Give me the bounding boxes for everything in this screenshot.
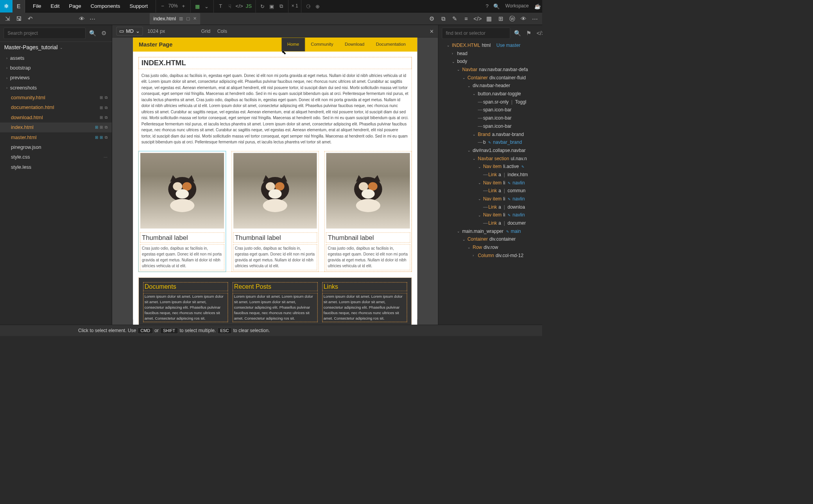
thumb-title[interactable]: Thumbnail label <box>233 233 317 243</box>
thumb-title[interactable]: Thumbnail label <box>326 233 410 243</box>
touch-icon[interactable]: ☟ <box>225 2 235 11</box>
project-name[interactable]: Master-Pages_tutorial⌄ <box>0 41 112 53</box>
file-master[interactable]: master.html⊞⊞⧉ <box>0 132 112 142</box>
dom-body[interactable]: ⌄body <box>438 57 542 66</box>
dom-search-icon[interactable]: 🔍 <box>512 30 523 36</box>
code-icon[interactable]: </> <box>235 2 244 11</box>
js-icon[interactable]: JS <box>244 2 253 11</box>
file-pinegrow-json[interactable]: pinegrow.json <box>0 142 112 152</box>
dom-link[interactable]: —Link a|index.htm <box>438 171 542 179</box>
visibility-off-icon[interactable]: ⚆ <box>304 2 313 11</box>
folder-bootstrap[interactable]: ›bootstrap <box>0 63 112 73</box>
zoom-tool-icon[interactable]: 🔍 <box>492 2 501 11</box>
file-download[interactable]: download.html⊞⧉ <box>0 113 112 122</box>
dom-container[interactable]: ⌄Container div.container-fluid <box>438 74 542 82</box>
window-icon[interactable]: ⧉ <box>277 2 286 11</box>
tab-window-icon[interactable]: ▢ <box>186 16 190 21</box>
menu-edit[interactable]: Edit <box>47 0 63 12</box>
dom-search-input[interactable] <box>442 28 510 39</box>
panel-more-icon[interactable]: ⋯ <box>530 13 540 24</box>
dom-row[interactable]: ⌄Row div.row <box>438 243 542 252</box>
panel-settings-icon[interactable]: ⚙ <box>426 13 437 24</box>
app-logo-icon[interactable]: ❄ <box>0 0 13 13</box>
preview-nav-documentation[interactable]: Documentation <box>370 38 412 52</box>
zoom-out-icon[interactable]: − <box>158 2 167 11</box>
folder-screenshots[interactable]: ›screenshots <box>0 83 112 93</box>
refresh-icon[interactable]: ↻ <box>258 2 267 11</box>
panel-list-icon[interactable]: ≡ <box>461 13 471 24</box>
text-tool-icon[interactable]: T <box>216 2 225 11</box>
panel-wp-icon[interactable]: ⓦ <box>507 13 518 24</box>
panel-copy-icon[interactable]: ⧉ <box>438 13 449 24</box>
dom-filter-icon[interactable]: ⚑ <box>525 30 533 36</box>
dom-toggle[interactable]: ⌄button.navbar-toggle <box>438 90 542 98</box>
thumbnail-2[interactable]: Thumbnail label Cras justo odio, dapibus… <box>232 152 319 272</box>
preview-nav-home[interactable]: Home <box>281 38 305 52</box>
tab-panels-icon[interactable]: ▥ <box>179 16 183 21</box>
footer-col-links[interactable]: Links Lorem ipsum dolor sit amet. Lorem … <box>322 282 407 322</box>
file-style-css[interactable]: style.css⋯ <box>0 152 112 162</box>
undo-icon[interactable]: ↶ <box>25 13 36 24</box>
folder-assets[interactable]: ›assets <box>0 53 112 63</box>
dom-main[interactable]: ⌄main.main_wrapper✎ main <box>438 227 542 236</box>
cols-toggle[interactable]: Cols <box>217 28 227 34</box>
preview-icon[interactable]: ▣ <box>267 2 277 11</box>
dom-root[interactable]: ⌄INDEX.HTML html Use master <box>438 41 542 50</box>
file-index[interactable]: index.html⊞⊞⧉ <box>0 122 112 132</box>
app-secondary-icon[interactable]: E <box>13 0 25 13</box>
menu-page[interactable]: Page <box>65 0 85 12</box>
globe-icon[interactable]: ⊕ <box>313 2 322 11</box>
preview-paragraph[interactable]: Cras justo odio, dapibus ac facilisis in… <box>139 71 412 146</box>
file-community[interactable]: community.html⊞⧉ <box>0 93 112 102</box>
thumb-text[interactable]: Cras justo odio, dapibus ac facilisis in… <box>140 245 224 270</box>
dom-collapse[interactable]: ⌄div#nav1.collapse.navbar <box>438 147 542 155</box>
dom-iconbar[interactable]: —span.icon-bar <box>438 106 542 114</box>
thumb-text[interactable]: Cras justo odio, dapibus ac facilisis in… <box>326 245 410 270</box>
eye-icon[interactable]: 👁 <box>77 13 87 24</box>
filter-icon[interactable]: ⚙ <box>100 30 108 36</box>
tab-close-icon[interactable]: ✕ <box>193 16 197 21</box>
dom-iconbar[interactable]: —span.icon-bar <box>438 122 542 130</box>
dom-brand[interactable]: ⌄Brand a.navbar-brand <box>438 130 542 139</box>
preview-nav-community[interactable]: Community <box>305 38 339 52</box>
dom-nav-section[interactable]: ⌄Navbar section ul.nav.n <box>438 155 542 163</box>
thumbnail-3[interactable]: Thumbnail label Cras justo odio, dapibus… <box>325 152 412 272</box>
help-icon[interactable]: ? <box>482 2 492 11</box>
tab-index-html[interactable]: index.html ▥ ▢ ✕ <box>150 13 200 24</box>
panel-code-icon[interactable]: </> <box>473 13 483 24</box>
dom-column[interactable]: ›Column div.col-md-12 <box>438 252 542 260</box>
menu-file[interactable]: File <box>29 0 45 12</box>
dom-iconbar[interactable]: —span.icon-bar <box>438 114 542 122</box>
coffee-icon[interactable]: ☕ <box>533 2 542 11</box>
menu-support[interactable]: Support <box>126 0 151 12</box>
dom-nav-item[interactable]: ⌄Nav item li.active✎ <box>438 163 542 171</box>
thumb-text[interactable]: Cras justo odio, dapibus ac facilisis in… <box>233 245 317 270</box>
dom-nav-item[interactable]: ⌄Nav item li✎ navlin <box>438 195 542 203</box>
preview-brand[interactable]: Master Page <box>139 41 172 48</box>
panel-align-icon[interactable]: ▦ <box>484 13 494 24</box>
panel-brush-icon[interactable]: ✎ <box>449 13 460 24</box>
dom-brand-b[interactable]: —b✎ navbar_brand <box>438 138 542 147</box>
import-icon[interactable]: ⇲ <box>2 13 13 24</box>
search-project-input[interactable] <box>4 28 85 39</box>
chevron-down-icon[interactable]: ⌄ <box>202 2 211 11</box>
zoom-in-icon[interactable]: + <box>179 2 188 11</box>
thumb-title[interactable]: Thumbnail label <box>140 233 224 243</box>
dom-navbar-header[interactable]: ⌄div.navbar-header <box>438 82 542 90</box>
dots-icon[interactable]: ⋯ <box>87 13 98 24</box>
dom-link[interactable]: —Link a|downloa <box>438 203 542 211</box>
footer-col-documents[interactable]: Documents Lorem ipsum dolor sit amet. Lo… <box>143 282 228 322</box>
save-icon[interactable]: 🖫 <box>14 13 24 24</box>
dom-nav-item[interactable]: ⌄Nav item li✎ navlin <box>438 211 542 219</box>
file-documentation[interactable]: documentation.html⊞⧉ <box>0 103 112 113</box>
layout-icon[interactable]: ▦ <box>193 2 202 11</box>
workspace-label[interactable]: Workspace <box>501 4 533 9</box>
menu-components[interactable]: Components <box>87 0 124 12</box>
preview-heading[interactable]: INDEX.HTML <box>139 57 412 69</box>
preview-nav-download[interactable]: Download <box>339 38 370 52</box>
panel-plugin-icon[interactable]: ⊞ <box>495 13 506 24</box>
grid-toggle[interactable]: Grid <box>201 28 210 34</box>
dom-head[interactable]: ›head <box>438 50 542 58</box>
dom-nav-item[interactable]: ⌄Nav item li✎ navlin <box>438 179 542 187</box>
dom-code-icon[interactable]: </> <box>535 30 543 36</box>
